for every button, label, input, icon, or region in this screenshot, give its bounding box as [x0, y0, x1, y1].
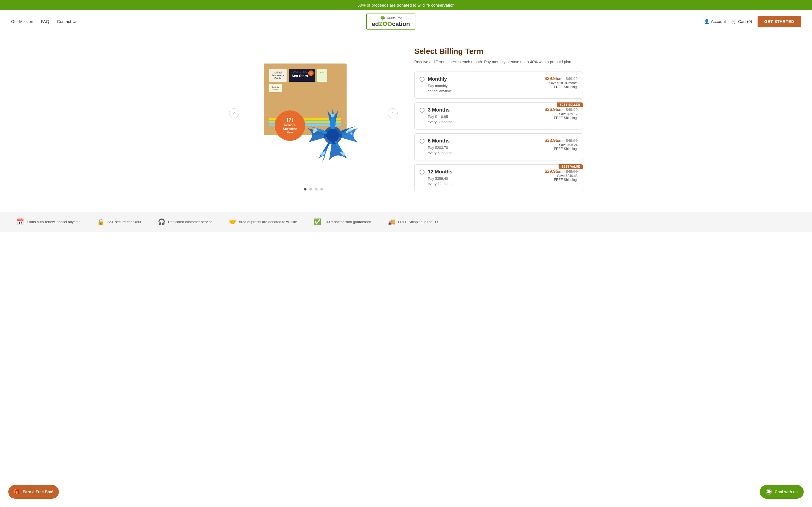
- svg-point-13: [314, 128, 317, 132]
- calendar-icon: 📅: [16, 218, 24, 226]
- footer-strip: 📅 Plans auto-renew, cancel anytime 🔒 SSL…: [0, 212, 812, 232]
- footer-item-shipping: 🚚 FREE Shipping in the U.S.: [388, 218, 440, 226]
- tree-icon: 🌳: [380, 16, 386, 21]
- billing-detail-3months: Pay $110.85 every 3 months: [428, 114, 545, 125]
- price-current-3months: $36.95/mo $49.99: [545, 107, 578, 112]
- billing-name-6months: 6 Months: [428, 138, 545, 144]
- carousel: ‹ AnimalDiscoveryGuide edZOOcation® Read…: [229, 44, 398, 182]
- billing-name-12months: 12 Months: [428, 169, 545, 175]
- header: Our Mission FAQ Contact Us 🌳 Wildlife Tr…: [0, 10, 812, 33]
- price-save-3months: Save $39.12: [545, 112, 578, 116]
- svg-point-12: [320, 152, 324, 156]
- carousel-dot-3[interactable]: [315, 188, 317, 190]
- book-star: Star: [317, 69, 327, 82]
- footer-item-satisfaction: ✅ 100% satisfaction guaranteed: [314, 218, 371, 226]
- billing-radio-monthly[interactable]: [419, 77, 424, 82]
- surprise-icon: !?!: [287, 117, 293, 123]
- footer-item-autorenew: 📅 Plans auto-renew, cancel anytime: [16, 218, 81, 226]
- truck-icon: 🚚: [388, 218, 395, 226]
- cart-link[interactable]: 🛒 Cart (0): [731, 19, 752, 24]
- price-save-monthly: Save $10.04/month: [545, 81, 578, 85]
- book-activity: Activitysheets: [269, 84, 282, 92]
- surprise-title: Surprise: [283, 127, 297, 131]
- banner-text: 50% of proceeds are donated to wildlife …: [357, 3, 455, 7]
- billing-radio-12months[interactable]: [419, 170, 424, 174]
- nav-our-mission[interactable]: Our Mission: [11, 19, 33, 24]
- billing-info-3months: 3 Months Pay $110.85 every 3 months: [428, 107, 545, 125]
- billing-radio-6months[interactable]: [419, 138, 424, 144]
- billing-info-12months: 12 Months Pay $359.40 every 12 months: [428, 169, 545, 187]
- cart-icon: 🛒: [731, 19, 737, 24]
- main-content: ‹ AnimalDiscoveryGuide edZOOcation® Read…: [212, 33, 600, 206]
- billing-name-monthly: Monthly: [428, 76, 545, 82]
- footer-item-wildlife: 🤝 50% of profits are donated to wildlife: [229, 218, 297, 226]
- handshake-icon: 🤝: [229, 218, 236, 226]
- price-current-12months: $29.95/mo $49.99: [545, 169, 578, 174]
- billing-price-monthly: $39.95/mo $49.99 Save $10.04/month FREE …: [545, 76, 578, 89]
- main-nav: Our Mission FAQ Contact Us: [11, 19, 78, 24]
- get-started-button[interactable]: GET STARTED: [758, 16, 801, 27]
- svg-point-4: [350, 132, 353, 134]
- nav-faq[interactable]: FAQ: [41, 19, 49, 24]
- price-shipping-monthly: FREE Shipping!: [545, 85, 578, 89]
- carousel-next-button[interactable]: ›: [388, 108, 398, 118]
- svg-point-8: [326, 129, 339, 142]
- billing-subtitle: Receive a different species each month. …: [414, 59, 583, 65]
- price-shipping-12months: FREE Shipping!: [545, 178, 578, 182]
- book-items: AnimalDiscoveryGuide edZOOcation® Reader…: [266, 66, 344, 95]
- surprise-item: item: [287, 131, 293, 134]
- billing-detail-monthly: Pay monthly, cancel anytime: [428, 83, 545, 94]
- billing-info-6months: 6 Months Pay $203.70 every 6 months: [428, 138, 545, 156]
- billing-price-12months: $29.95/mo $49.99 Save $240.48 FREE Shipp…: [545, 169, 578, 182]
- check-icon: ✅: [314, 218, 321, 226]
- surprise-includes: Includes: [285, 124, 296, 127]
- account-link[interactable]: 👤 Account: [704, 19, 726, 24]
- billing-price-6months: $33.95/mo $49.99 Save $96.24 FREE Shippi…: [545, 138, 578, 151]
- price-save-12months: Save $240.48: [545, 174, 578, 178]
- price-shipping-3months: FREE Shipping!: [545, 116, 578, 120]
- svg-point-10: [348, 128, 352, 132]
- product-image: AnimalDiscoveryGuide edZOOcation® Reader…: [247, 50, 380, 177]
- billing-option-3months[interactable]: BEST SELLER 3 Months Pay $110.85 every 3…: [414, 103, 583, 129]
- billing-detail-12months: Pay $359.40 every 12 months: [428, 176, 545, 187]
- billing-option-6months[interactable]: 6 Months Pay $203.70 every 6 months $33.…: [414, 133, 583, 160]
- footer-item-ssl: 🔒 SSL secure checkout: [97, 218, 141, 226]
- surprise-badge: !?! Includes Surprise item: [275, 110, 305, 141]
- price-current-6months: $33.95/mo $49.99: [545, 138, 578, 143]
- site-logo[interactable]: 🌳 Wildlife Tree edZOOcation: [366, 13, 415, 30]
- billing-price-3months: $36.95/mo $49.99 Save $39.12 FREE Shippi…: [545, 107, 578, 120]
- billing-title: Select Billing Term: [414, 47, 583, 56]
- book-animal-guide: AnimalDiscoveryGuide: [269, 69, 287, 82]
- price-save-6months: Save $96.24: [545, 143, 578, 147]
- price-current-monthly: $39.95/mo $49.99: [545, 76, 578, 81]
- box-illustration: AnimalDiscoveryGuide edZOOcation® Reader…: [253, 52, 374, 174]
- book-sea-stars: edZOOcation® Readers Sea Stars 1: [289, 69, 315, 82]
- carousel-dots: [229, 188, 398, 190]
- lock-icon: 🔒: [97, 218, 104, 226]
- billing-section: Select Billing Term Receive a different …: [414, 44, 583, 195]
- carousel-dot-4[interactable]: [320, 188, 323, 190]
- billing-info-monthly: Monthly Pay monthly, cancel anytime: [428, 76, 545, 94]
- billing-option-monthly[interactable]: Monthly Pay monthly, cancel anytime $39.…: [414, 71, 583, 99]
- logo-main-text: edZOOcation: [372, 21, 410, 27]
- billing-option-12months[interactable]: BEST VALUE 12 Months Pay $359.40 every 1…: [414, 164, 583, 191]
- headset-icon: 🎧: [158, 218, 165, 226]
- svg-point-9: [331, 114, 335, 117]
- billing-badge-best-value: BEST VALUE: [559, 164, 583, 169]
- top-banner: 50% of proceeds are donated to wildlife …: [0, 0, 812, 10]
- footer-item-customer-service: 🎧 Dedicated customer service: [158, 218, 212, 226]
- logo-top-text: 🌳 Wildlife Tree: [380, 16, 402, 21]
- billing-name-3months: 3 Months: [428, 107, 545, 113]
- account-icon: 👤: [704, 19, 709, 24]
- svg-point-11: [342, 152, 346, 156]
- carousel-prev-button[interactable]: ‹: [229, 108, 239, 118]
- header-right: 👤 Account 🛒 Cart (0) GET STARTED: [704, 16, 801, 27]
- carousel-dot-1[interactable]: [304, 188, 306, 190]
- nav-contact-us[interactable]: Contact Us: [57, 19, 78, 24]
- billing-detail-6months: Pay $203.70 every 6 months: [428, 145, 545, 156]
- product-section: ‹ AnimalDiscoveryGuide edZOOcation® Read…: [229, 44, 398, 190]
- billing-radio-3months[interactable]: [419, 108, 424, 113]
- billing-badge-best-seller: BEST SELLER: [557, 103, 583, 107]
- carousel-dot-2[interactable]: [309, 188, 312, 190]
- starfish-image: [297, 99, 369, 171]
